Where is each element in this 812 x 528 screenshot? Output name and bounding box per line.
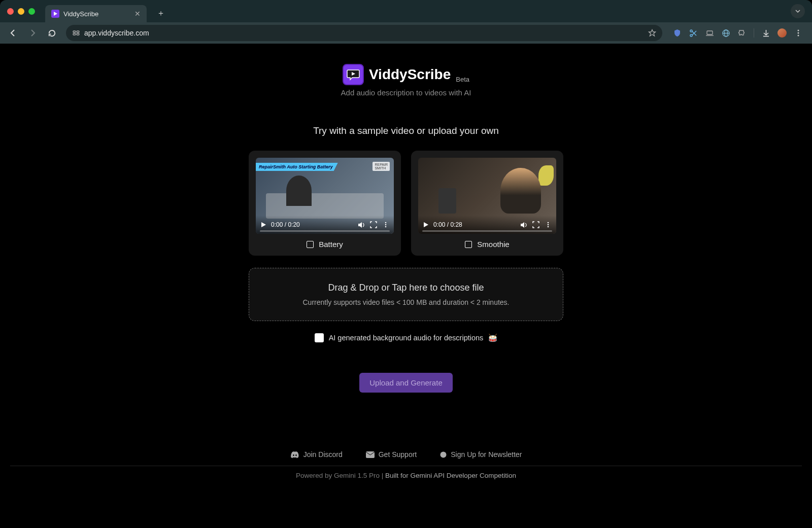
browser-window: ViddyScribe ✕ ＋ app.viddyscribe.com bbox=[0, 0, 812, 528]
titlebar: ViddyScribe ✕ ＋ bbox=[0, 0, 812, 22]
svg-point-28 bbox=[548, 222, 549, 224]
app-logo-icon bbox=[343, 64, 364, 85]
minimize-window-button[interactable] bbox=[18, 8, 24, 15]
video-progress[interactable] bbox=[422, 230, 552, 232]
tab-close-button[interactable]: ✕ bbox=[134, 10, 141, 18]
svg-point-17 bbox=[798, 30, 799, 31]
reload-button[interactable] bbox=[44, 25, 60, 41]
checkbox-icon[interactable] bbox=[465, 241, 472, 248]
video-banner-label: RepairSmith Auto Starting Battery bbox=[256, 163, 338, 171]
volume-icon[interactable] bbox=[357, 221, 365, 229]
svg-point-30 bbox=[548, 226, 549, 228]
globe-extension-icon[interactable] bbox=[721, 28, 730, 38]
volume-icon[interactable] bbox=[520, 221, 528, 229]
browser-tab[interactable]: ViddyScribe ✕ bbox=[45, 5, 147, 22]
footer-link-label: Get Support bbox=[379, 450, 417, 459]
dropzone-subtitle: Currently supports video files < 100 MB … bbox=[263, 298, 549, 306]
play-button[interactable] bbox=[260, 221, 267, 228]
svg-point-25 bbox=[385, 226, 387, 228]
content-area: ViddyScribe Beta Add audio description t… bbox=[0, 44, 812, 528]
checkbox-icon[interactable] bbox=[307, 241, 314, 248]
toolbar-divider bbox=[754, 28, 754, 38]
footer-link-newsletter[interactable]: Sign Up for Newsletter bbox=[440, 450, 522, 459]
svg-marker-26 bbox=[424, 222, 428, 227]
page: ViddyScribe Beta Add audio description t… bbox=[0, 44, 812, 528]
scissors-extension-icon[interactable] bbox=[689, 28, 698, 38]
svg-marker-0 bbox=[54, 12, 57, 16]
svg-point-29 bbox=[548, 224, 549, 226]
site-settings-icon[interactable] bbox=[72, 29, 80, 37]
shield-extension-icon[interactable] bbox=[672, 28, 682, 38]
ai-option-label: AI generated background audio for descri… bbox=[329, 334, 484, 342]
footer-link-support[interactable]: Get Support bbox=[366, 450, 417, 459]
dropzone-title: Drag & Drop or Tap here to choose file bbox=[263, 283, 549, 293]
svg-point-24 bbox=[385, 224, 387, 226]
footer-link-label: Join Discord bbox=[303, 450, 343, 459]
address-bar[interactable]: app.viddyscribe.com bbox=[66, 25, 662, 41]
video-player[interactable]: 0:00 / 0:28 bbox=[418, 158, 556, 234]
svg-rect-10 bbox=[707, 31, 713, 34]
sample-select-battery[interactable]: Battery bbox=[256, 240, 394, 249]
svg-marker-21 bbox=[261, 222, 266, 227]
app-header: ViddyScribe Beta bbox=[343, 64, 469, 85]
extension-icons bbox=[668, 28, 807, 38]
video-more-icon[interactable] bbox=[382, 221, 390, 229]
play-button[interactable] bbox=[422, 221, 429, 228]
app-name: ViddyScribe bbox=[369, 66, 451, 83]
bookmark-star-icon[interactable] bbox=[648, 29, 656, 37]
sample-label-text: Battery bbox=[319, 240, 343, 249]
sample-videos: RepairSmith Auto Starting Battery REPAIR… bbox=[249, 151, 563, 256]
footer-powered-highlight: Built for Gemini API Developer Competiti… bbox=[385, 472, 516, 479]
svg-rect-3 bbox=[73, 33, 76, 35]
svg-point-32 bbox=[441, 451, 447, 457]
svg-point-18 bbox=[798, 32, 799, 34]
fullscreen-icon[interactable] bbox=[369, 221, 378, 229]
svg-rect-2 bbox=[77, 31, 79, 32]
svg-point-19 bbox=[798, 35, 799, 37]
extensions-puzzle-icon[interactable] bbox=[737, 28, 747, 38]
laptop-extension-icon[interactable] bbox=[705, 28, 714, 38]
checkbox-icon[interactable] bbox=[315, 333, 324, 342]
svg-marker-27 bbox=[521, 222, 524, 228]
menu-button[interactable] bbox=[794, 28, 803, 38]
traffic-lights bbox=[7, 8, 35, 15]
toolbar: app.viddyscribe.com bbox=[0, 22, 812, 44]
video-player[interactable]: RepairSmith Auto Starting Battery REPAIR… bbox=[256, 158, 394, 234]
upload-dropzone[interactable]: Drag & Drop or Tap here to choose file C… bbox=[249, 268, 563, 321]
profile-avatar-icon[interactable] bbox=[777, 28, 787, 38]
upload-generate-button[interactable]: Upload and Generate bbox=[359, 373, 452, 393]
footer-link-label: Sign Up for Newsletter bbox=[451, 450, 522, 459]
sample-select-smoothie[interactable]: Smoothie bbox=[418, 240, 556, 249]
ai-background-audio-option[interactable]: AI generated background audio for descri… bbox=[315, 333, 498, 342]
svg-rect-4 bbox=[77, 33, 79, 35]
app-subtitle: Add audio description to videos with AI bbox=[341, 88, 471, 97]
maximize-window-button[interactable] bbox=[28, 8, 35, 15]
footer-link-discord[interactable]: Join Discord bbox=[290, 450, 343, 459]
svg-point-7 bbox=[690, 34, 692, 37]
footer-bar: Powered by Gemini 1.5 Pro | Built for Ge… bbox=[10, 466, 802, 485]
footer-links: Join Discord Get Support Sign Up for New… bbox=[290, 443, 522, 466]
video-badge: REPAIRSMITH bbox=[373, 162, 390, 171]
svg-point-23 bbox=[385, 222, 387, 224]
url-text: app.viddyscribe.com bbox=[84, 29, 644, 37]
sample-card-smoothie: 0:00 / 0:28 bbox=[411, 151, 563, 256]
svg-marker-5 bbox=[649, 30, 656, 37]
tabs-dropdown-button[interactable] bbox=[791, 4, 805, 18]
circle-icon bbox=[440, 451, 447, 458]
svg-point-6 bbox=[690, 30, 692, 32]
section-title: Try with a sample video or upload your o… bbox=[313, 125, 499, 136]
close-window-button[interactable] bbox=[7, 8, 14, 15]
forward-button[interactable] bbox=[24, 25, 41, 41]
discord-icon bbox=[290, 451, 299, 458]
svg-rect-1 bbox=[73, 31, 76, 32]
svg-marker-22 bbox=[358, 222, 362, 228]
tab-favicon-icon bbox=[51, 10, 59, 18]
downloads-icon[interactable] bbox=[761, 28, 770, 38]
video-progress[interactable] bbox=[260, 230, 390, 232]
fullscreen-icon[interactable] bbox=[532, 221, 540, 229]
beta-badge: Beta bbox=[456, 76, 469, 83]
back-button[interactable] bbox=[5, 25, 21, 41]
video-more-icon[interactable] bbox=[544, 221, 552, 229]
new-tab-button[interactable]: ＋ bbox=[154, 6, 168, 20]
footer-powered-prefix: Powered by Gemini 1.5 Pro | bbox=[296, 472, 385, 479]
